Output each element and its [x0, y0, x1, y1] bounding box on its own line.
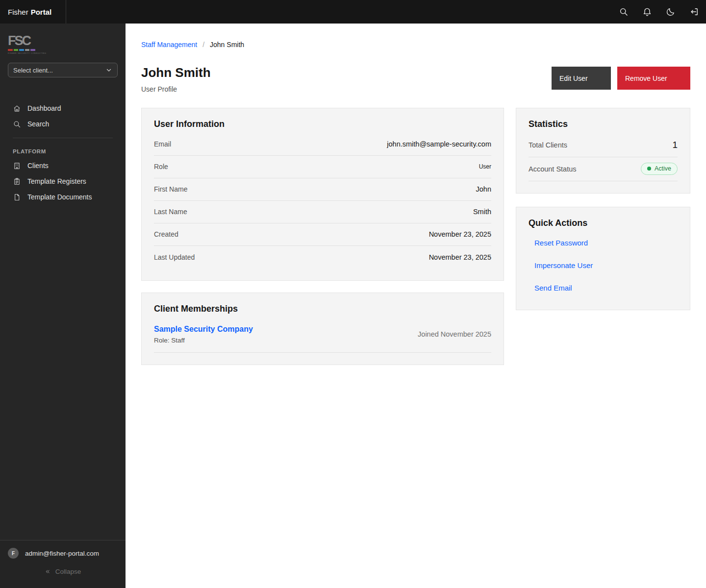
logout-icon [689, 7, 699, 17]
sidebar-logo: FSC Fisher Security Consulting [8, 34, 118, 54]
main-content: Staff Management / John Smith John Smith… [126, 24, 706, 588]
sidebar-item-label: Search [27, 120, 49, 128]
current-user: F admin@fisher-portal.com [8, 548, 118, 559]
brand-logo: Fisher Portal [0, 0, 66, 24]
info-row-last-name: Last Name Smith [154, 201, 491, 223]
avatar: F [8, 548, 19, 559]
sidebar-item-template-documents[interactable]: Template Documents [8, 189, 118, 205]
breadcrumb-staff-management[interactable]: Staff Management [141, 41, 197, 49]
page-title: John Smith [141, 66, 211, 80]
membership-details: Sample Security Company Role: Staff [154, 325, 253, 344]
user-information-card: User Information Email john.smith@sample… [141, 108, 504, 281]
info-value: November 23, 2025 [429, 230, 491, 238]
search-icon [13, 120, 21, 128]
reset-password-link[interactable]: Reset Password [534, 239, 588, 247]
impersonate-user-link[interactable]: Impersonate User [534, 261, 593, 270]
document-icon [13, 193, 21, 201]
edit-user-button[interactable]: Edit User [552, 67, 611, 90]
left-column: User Information Email john.smith@sample… [141, 108, 504, 365]
breadcrumb: Staff Management / John Smith [141, 41, 690, 49]
quick-actions-title: Quick Actions [529, 218, 678, 228]
sidebar-item-clients[interactable]: Clients [8, 158, 118, 173]
status-badge: Active [641, 163, 678, 175]
status-badge-label: Active [655, 165, 671, 172]
sidebar: FSC Fisher Security Consulting Select cl… [0, 24, 126, 588]
logout-button[interactable] [682, 0, 706, 24]
membership-client-link[interactable]: Sample Security Company [154, 325, 253, 333]
sidebar-item-dashboard[interactable]: Dashboard [8, 100, 118, 116]
membership-item: Sample Security Company Role: Staff Join… [154, 325, 491, 353]
sidebar-item-template-registers[interactable]: Template Registers [8, 173, 118, 189]
sidebar-item-label: Template Documents [27, 193, 92, 201]
fsc-logo-text: FSC [8, 34, 118, 48]
info-value: User [479, 163, 491, 170]
info-row-first-name: First Name John [154, 178, 491, 201]
client-memberships-card: Client Memberships Sample Security Compa… [141, 293, 504, 365]
sidebar-item-label: Clients [27, 162, 49, 170]
status-dot-icon [647, 167, 651, 171]
info-row-created: Created November 23, 2025 [154, 223, 491, 246]
info-row-last-updated: Last Updated November 23, 2025 [154, 246, 491, 269]
topbar: Fisher Portal [0, 0, 706, 24]
info-row-email: Email john.smith@sample-security.com [154, 133, 491, 156]
breadcrumb-separator: / [202, 41, 204, 49]
client-select-value: Select client... [13, 67, 53, 74]
brand-name: Fisher [8, 8, 28, 16]
page-header: John Smith User Profile Edit User Remove… [141, 66, 690, 93]
info-value: john.smith@sample-security.com [387, 140, 491, 148]
search-icon [619, 7, 629, 17]
info-label: Email [154, 140, 171, 148]
dark-mode-button[interactable] [659, 0, 682, 24]
remove-user-button[interactable]: Remove User [617, 67, 690, 90]
current-user-email: admin@fisher-portal.com [25, 550, 99, 557]
info-value: Smith [473, 208, 491, 216]
sidebar-divider [13, 138, 113, 138]
sidebar-nav: Dashboard Search PLATFORM Clients [8, 100, 118, 205]
statistics-rows: Total Clients 1 Account Status Active [529, 133, 678, 181]
sidebar-item-label: Template Registers [27, 177, 86, 185]
quick-actions-links: Reset Password Impersonate User Send Ema… [529, 239, 678, 298]
collapse-label: Collapse [55, 568, 81, 575]
clipboard-icon [13, 177, 21, 186]
info-value: November 23, 2025 [429, 253, 491, 261]
send-email-link[interactable]: Send Email [534, 284, 572, 292]
content-grid: User Information Email john.smith@sample… [141, 108, 690, 365]
dark-mode-moon-icon [666, 7, 676, 17]
double-chevron-left-icon [45, 568, 51, 575]
page-subtitle: User Profile [141, 85, 211, 93]
client-memberships-title: Client Memberships [154, 304, 491, 314]
info-row-role: Role User [154, 156, 491, 178]
collapse-sidebar-button[interactable]: Collapse [8, 568, 118, 575]
notifications-button[interactable] [635, 0, 659, 24]
sidebar-item-search[interactable]: Search [8, 116, 118, 132]
user-information-title: User Information [154, 119, 491, 129]
fsc-logo-bars [8, 49, 35, 51]
client-select[interactable]: Select client... [8, 63, 118, 77]
app-shell: FSC Fisher Security Consulting Select cl… [0, 24, 706, 588]
stat-row-total-clients: Total Clients 1 [529, 133, 678, 157]
statistics-card: Statistics Total Clients 1 Account Statu… [516, 108, 690, 194]
building-icon [13, 162, 21, 170]
search-button[interactable] [612, 0, 635, 24]
fsc-logo-tagline: Fisher Security Consulting [8, 52, 118, 54]
sidebar-item-label: Dashboard [27, 104, 61, 112]
info-label: Last Name [154, 208, 187, 216]
info-label: Last Updated [154, 253, 195, 261]
page-title-block: John Smith User Profile [141, 66, 211, 93]
topbar-actions [612, 0, 706, 24]
quick-actions-card: Quick Actions Reset Password Impersonate… [516, 207, 690, 310]
right-column: Statistics Total Clients 1 Account Statu… [516, 108, 690, 310]
membership-joined-date: Joined November 2025 [418, 330, 491, 338]
total-clients-value: 1 [672, 140, 678, 150]
brand-suffix: Portal [31, 8, 52, 16]
header-buttons: Edit User Remove User [552, 67, 690, 90]
sidebar-section-platform: PLATFORM [13, 148, 113, 154]
user-information-rows: Email john.smith@sample-security.com Rol… [154, 133, 491, 269]
info-label: Created [154, 230, 178, 238]
stat-label: Account Status [529, 165, 577, 173]
chevron-down-icon [105, 67, 112, 74]
notifications-bell-icon [642, 7, 652, 17]
membership-role: Role: Staff [154, 337, 253, 344]
info-label: First Name [154, 185, 187, 193]
home-icon [13, 104, 21, 113]
